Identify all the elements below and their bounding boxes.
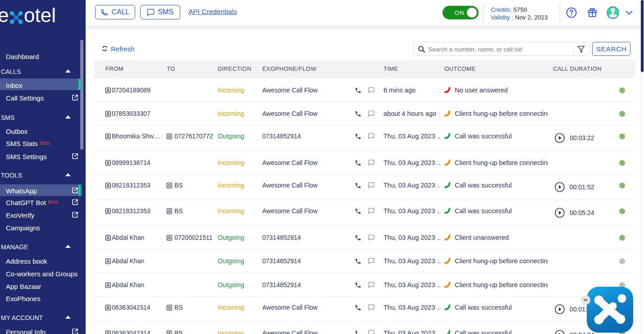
svg-text:e: e — [0, 4, 9, 26]
svg-text:otel: otel — [24, 4, 56, 26]
